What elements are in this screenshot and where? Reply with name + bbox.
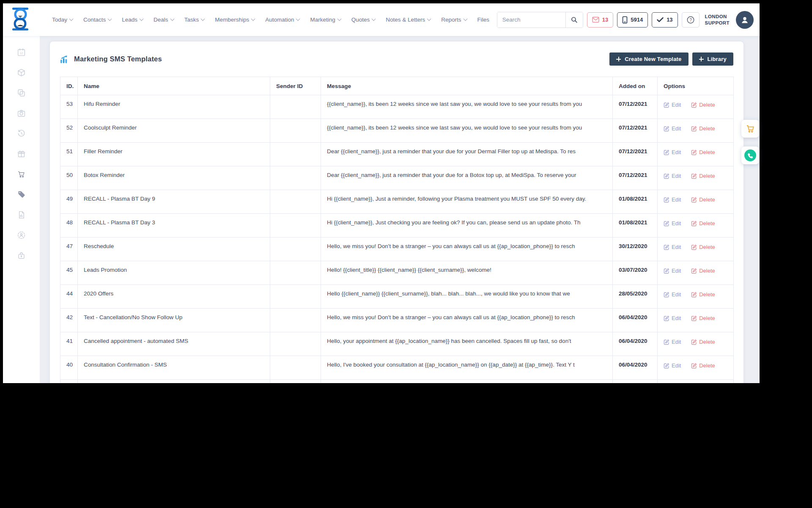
cell-options: Edit Delete — [658, 166, 734, 190]
delete-button[interactable]: Delete — [691, 102, 715, 108]
edit-button[interactable]: Edit — [664, 196, 681, 203]
table-row: 41 Cancelled appointment - automated SMS… — [60, 332, 734, 356]
edit-button[interactable]: Edit — [664, 220, 681, 226]
edit-button[interactable]: Edit — [664, 339, 681, 345]
nav-item-leads[interactable]: Leads — [122, 17, 143, 23]
app-logo[interactable] — [11, 8, 30, 32]
copy-icon[interactable] — [17, 88, 26, 97]
nav-item-label: Notes & Letters — [386, 17, 425, 23]
person-icon — [740, 15, 750, 25]
cart-icon[interactable] — [17, 170, 26, 179]
cell-sender-id — [270, 95, 321, 119]
calendar-icon[interactable]: 12 — [17, 48, 26, 57]
nav-item-today[interactable]: Today — [52, 17, 73, 23]
messages-badge[interactable]: 13 — [587, 12, 613, 28]
cell-message: Hello, we miss you! Don't be a stranger … — [321, 237, 613, 261]
package-icon[interactable] — [17, 68, 26, 77]
delete-button[interactable]: Delete — [691, 125, 715, 132]
col-header-name: Name — [78, 77, 270, 95]
nav-item-marketing[interactable]: Marketing — [310, 17, 340, 23]
cell-sender-id — [270, 143, 321, 166]
delete-button[interactable]: Delete — [691, 362, 715, 369]
nav-item-notes-letters[interactable]: Notes & Letters — [386, 17, 431, 23]
cell-added-on: 06/04/2020 — [613, 332, 658, 356]
cell-options: Edit Delete — [658, 356, 734, 380]
help-button[interactable]: ? — [682, 12, 700, 28]
cell-sender-id — [270, 166, 321, 190]
lockbox-icon[interactable] — [17, 251, 26, 260]
chevron-down-icon — [251, 17, 255, 21]
delete-button[interactable]: Delete — [691, 196, 715, 203]
chevron-down-icon — [372, 17, 376, 21]
nav-item-label: Marketing — [310, 17, 335, 23]
cell-message: Hi {{client_name}}, Just checking you ar… — [321, 214, 613, 237]
edit-button[interactable]: Edit — [664, 362, 681, 369]
user-sync-icon[interactable] — [17, 231, 26, 240]
report-icon[interactable] — [17, 210, 26, 219]
edit-button[interactable]: Edit — [664, 149, 681, 155]
search-icon[interactable] — [565, 12, 583, 28]
floating-call-button[interactable] — [741, 146, 759, 164]
delete-icon — [691, 268, 697, 274]
search-input[interactable] — [497, 12, 565, 28]
edit-button[interactable]: Edit — [664, 268, 681, 274]
cell-message: {{client_name}}, its been 12 weeks since… — [321, 119, 613, 143]
table-row: 53 Hifu Reminder {{client_name}}, its be… — [60, 95, 734, 119]
cell-options: Edit Delete — [658, 119, 734, 143]
history-icon[interactable] — [17, 129, 26, 138]
delete-button[interactable]: Delete — [691, 220, 715, 226]
edit-icon — [664, 292, 669, 298]
edit-button[interactable]: Edit — [664, 102, 681, 108]
edit-button[interactable]: Edit — [664, 291, 681, 298]
edit-button[interactable]: Edit — [664, 244, 681, 250]
phone-badge[interactable]: 5914 — [617, 12, 648, 28]
table-row: 51 Filler Reminder Dear {{client_name}},… — [60, 143, 734, 166]
delete-button[interactable]: Delete — [691, 315, 715, 321]
library-button[interactable]: Library — [692, 52, 733, 66]
edit-button[interactable]: Edit — [664, 315, 681, 321]
delete-button[interactable]: Delete — [691, 339, 715, 345]
edit-button[interactable]: Edit — [664, 173, 681, 179]
delete-button[interactable]: Delete — [691, 149, 715, 155]
icon-sidebar: 12 — [3, 36, 40, 383]
cell-name: RECALL - Plasma BT Day 3 — [78, 214, 270, 237]
tasks-badge[interactable]: 13 — [652, 12, 678, 28]
cell-options: Edit Delete — [658, 285, 734, 309]
app-window: TodayContactsLeadsDealsTasksMembershipsA… — [3, 3, 760, 383]
cell-name: Leads Promotion — [78, 261, 270, 285]
cell-sender-id — [270, 261, 321, 285]
camera-icon[interactable] — [17, 109, 26, 118]
svg-text:?: ? — [689, 17, 692, 22]
nav-item-tasks[interactable]: Tasks — [184, 17, 205, 23]
floating-cart-button[interactable] — [741, 120, 759, 138]
edit-icon — [664, 221, 669, 226]
nav-item-contacts[interactable]: Contacts — [83, 17, 111, 23]
cell-added-on: 06/04/2020 — [613, 356, 658, 380]
cell-id: 50 — [60, 166, 78, 190]
cell-id: 49 — [60, 190, 78, 214]
nav-item-deals[interactable]: Deals — [154, 17, 174, 23]
delete-button[interactable]: Delete — [691, 268, 715, 274]
delete-button[interactable]: Delete — [691, 173, 715, 179]
delete-button[interactable]: Delete — [691, 244, 715, 250]
cell-options: Edit Delete — [658, 309, 734, 332]
edit-icon — [664, 315, 669, 321]
col-header-message: Message — [321, 77, 613, 95]
user-avatar[interactable] — [736, 11, 754, 29]
nav-item-quotes[interactable]: Quotes — [351, 17, 376, 23]
gift-icon[interactable] — [17, 149, 26, 158]
create-new-template-button[interactable]: Create New Template — [609, 52, 688, 66]
screen: TodayContactsLeadsDealsTasksMembershipsA… — [0, 0, 812, 508]
nav-item-reports[interactable]: Reports — [441, 17, 466, 23]
nav-item-files[interactable]: Files — [477, 17, 490, 23]
nav-item-automation[interactable]: Automation — [265, 17, 299, 23]
smartphone-icon — [622, 16, 628, 24]
cell-message: Hello! {{client_title}} {{client_name}} … — [321, 261, 613, 285]
delete-button[interactable]: Delete — [691, 291, 715, 298]
tags-icon[interactable] — [17, 190, 26, 199]
col-header-added-on: Added on — [613, 77, 658, 95]
chevron-down-icon — [69, 17, 74, 21]
account-line2: SUPPORT — [705, 20, 730, 26]
edit-button[interactable]: Edit — [664, 125, 681, 132]
nav-item-memberships[interactable]: Memberships — [215, 17, 255, 23]
